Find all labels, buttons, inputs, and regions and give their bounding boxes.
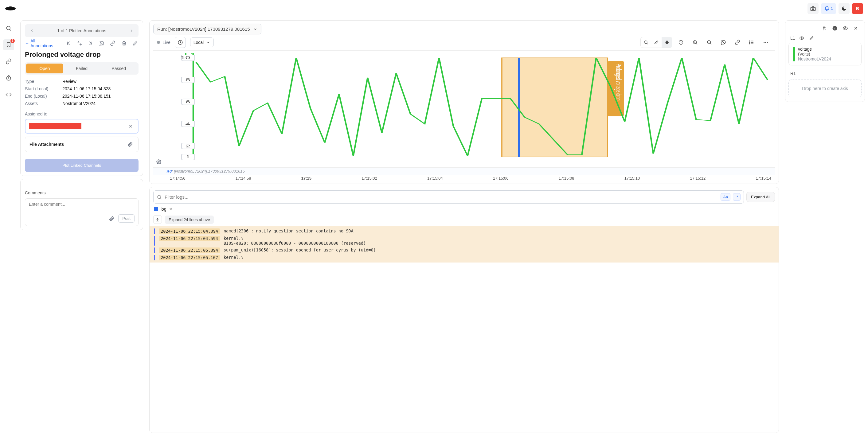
expand-above-row: Expand 24 lines above bbox=[150, 214, 779, 226]
assigned-to-label: Assigned to bbox=[25, 112, 138, 116]
rail-code[interactable] bbox=[3, 89, 14, 100]
annotation-meta: TypeReview Start (Local)2024-11-06 17:15… bbox=[25, 79, 138, 106]
run-selector[interactable]: Run: [NostromoLV2024].1730931279.081615 bbox=[153, 24, 261, 34]
pager-prev[interactable] bbox=[27, 26, 36, 35]
close-panel-icon[interactable] bbox=[852, 25, 859, 32]
notifications-count: 1 bbox=[831, 6, 833, 11]
chart-list-button[interactable] bbox=[746, 37, 757, 48]
clock-button[interactable] bbox=[175, 37, 186, 48]
chart-svg: L1 1246810 Prolonged voltage drop bbox=[153, 51, 775, 167]
svg-point-12 bbox=[749, 43, 750, 44]
assigned-to-field[interactable] bbox=[25, 119, 138, 133]
edit-icon[interactable] bbox=[132, 40, 138, 47]
main-layout: 1 1 of 1 Plotted Annotations ← Al bbox=[0, 17, 868, 436]
info-icon[interactable] bbox=[832, 25, 838, 32]
timezone-select[interactable]: Local bbox=[190, 37, 214, 47]
chart-refresh-button[interactable] bbox=[675, 37, 686, 48]
status-open[interactable]: Open bbox=[26, 64, 63, 73]
pager-next[interactable] bbox=[127, 26, 136, 35]
live-indicator[interactable]: Live bbox=[157, 40, 170, 45]
r1-axis-header: R1 bbox=[788, 70, 862, 77]
topbar: 1 B bbox=[0, 0, 868, 17]
chart-comment-button[interactable] bbox=[718, 37, 729, 48]
jump-start-icon[interactable] bbox=[65, 40, 71, 47]
case-toggle[interactable]: Aa bbox=[720, 193, 731, 201]
rail-annotations[interactable]: 1 bbox=[3, 39, 14, 50]
chart-mode-group bbox=[641, 37, 672, 48]
svg-point-11 bbox=[749, 42, 750, 43]
copy-link-icon[interactable] bbox=[110, 40, 116, 47]
chart-plot[interactable]: L1 1246810 Prolonged voltage drop bbox=[153, 51, 775, 167]
expand-above-icon[interactable] bbox=[153, 215, 162, 224]
svg-text:10: 10 bbox=[180, 56, 190, 60]
status-failed[interactable]: Failed bbox=[63, 64, 100, 73]
svg-text:2: 2 bbox=[185, 144, 190, 148]
file-attachments-row[interactable]: File Attachments bbox=[25, 137, 138, 152]
plot-linked-channels-button[interactable]: Plot Linked Channels bbox=[25, 159, 138, 172]
mute-chat-icon[interactable] bbox=[98, 40, 105, 47]
expand-all-button[interactable]: Expand All bbox=[746, 192, 775, 202]
x0-row: X0: [NostromoLV2024].1730931279.081615 bbox=[153, 167, 775, 175]
log-line[interactable]: 2024-11-06 22:15:05.094su(pam_unix)[1605… bbox=[150, 247, 779, 254]
svg-point-39 bbox=[845, 28, 846, 29]
annotation-title: Prolonged voltage drop bbox=[25, 51, 138, 59]
svg-text:Prolonged voltage drop: Prolonged voltage drop bbox=[614, 64, 623, 100]
regex-toggle[interactable]: .* bbox=[733, 193, 741, 201]
svg-text:6: 6 bbox=[185, 100, 190, 104]
back-to-annotations-link[interactable]: ← All Annotations bbox=[25, 38, 56, 48]
x-axis-ticks: 17:14:5617:14:5817:1517:15:0217:15:0417:… bbox=[153, 175, 775, 184]
log-search-row: Aa .* Expand All bbox=[150, 187, 779, 207]
rail-timer[interactable] bbox=[3, 72, 14, 84]
topbar-actions: 1 B bbox=[807, 3, 863, 14]
delete-icon[interactable] bbox=[121, 40, 127, 47]
axis-drop-zone[interactable]: Drop here to create axis bbox=[788, 80, 862, 97]
channel-color-swatch bbox=[793, 47, 795, 61]
status-passed[interactable]: Passed bbox=[100, 64, 137, 73]
log-timestamp: 2024-11-06 22:15:04.094 bbox=[159, 228, 220, 234]
chart-zoom-out-button[interactable] bbox=[704, 37, 715, 48]
log-panel: Aa .* Expand All log ✕ Expand 24 lines a… bbox=[149, 187, 779, 433]
log-chip-label: log bbox=[161, 207, 166, 212]
log-filter-input[interactable] bbox=[165, 194, 718, 199]
jump-end-icon[interactable] bbox=[87, 40, 94, 47]
rail-badge: 1 bbox=[10, 39, 15, 43]
post-comment-button[interactable]: Post bbox=[118, 214, 134, 223]
axis-visibility-icon[interactable] bbox=[798, 35, 805, 41]
axis-edit-icon[interactable] bbox=[808, 35, 815, 41]
chart-pan-button[interactable] bbox=[661, 37, 672, 48]
log-chip-remove[interactable]: ✕ bbox=[169, 207, 173, 212]
expand-above-button[interactable]: Expand 24 lines above bbox=[165, 216, 214, 224]
notifications-button[interactable]: 1 bbox=[821, 3, 836, 14]
rail-links[interactable] bbox=[3, 56, 14, 67]
comment-input[interactable] bbox=[29, 202, 134, 212]
log-filter-input-wrap: Aa .* bbox=[153, 190, 744, 204]
chart-search-button[interactable] bbox=[641, 37, 651, 48]
chart-link-button[interactable] bbox=[732, 37, 743, 48]
channel-card[interactable]: voltage (Volts) NostromoLV2024 bbox=[788, 43, 862, 65]
svg-text:8: 8 bbox=[185, 78, 190, 82]
fx-icon[interactable]: fx bbox=[821, 25, 828, 32]
chart-settings-icon[interactable] bbox=[155, 158, 162, 165]
fit-icon[interactable] bbox=[76, 40, 83, 47]
chart-edit-button[interactable] bbox=[651, 37, 661, 48]
log-line[interactable]: 2024-11-06 22:15:05.107kernel:\ bbox=[150, 254, 779, 261]
channel-name: voltage bbox=[798, 47, 831, 52]
log-line[interactable]: 2024-11-06 22:15:04.094named[2306]: noti… bbox=[150, 227, 779, 235]
paperclip-icon bbox=[127, 141, 134, 148]
log-timestamp: 2024-11-06 22:15:04.594 bbox=[159, 236, 220, 241]
rail-search[interactable] bbox=[3, 23, 14, 34]
log-line[interactable]: 2024-11-06 22:15:04.594kernel:\ BIOS-e82… bbox=[150, 235, 779, 247]
chart-toolbar: Live Local bbox=[153, 34, 775, 51]
channel-unit: (Volts) bbox=[798, 52, 831, 57]
l1-axis-header: L1 bbox=[788, 33, 862, 43]
clear-assignee-icon[interactable] bbox=[127, 123, 134, 130]
annotation-pager: 1 of 1 Plotted Annotations bbox=[25, 24, 138, 37]
theme-toggle-button[interactable] bbox=[838, 3, 849, 14]
chart-zoom-in-button[interactable] bbox=[689, 37, 701, 48]
visibility-icon[interactable] bbox=[842, 25, 849, 32]
camera-button[interactable] bbox=[807, 3, 818, 14]
chart-more-button[interactable] bbox=[760, 37, 771, 48]
annotation-panel: 1 of 1 Plotted Annotations ← All Annotat… bbox=[17, 17, 146, 436]
attach-to-comment-icon[interactable] bbox=[108, 215, 115, 222]
user-avatar[interactable]: B bbox=[852, 3, 863, 14]
